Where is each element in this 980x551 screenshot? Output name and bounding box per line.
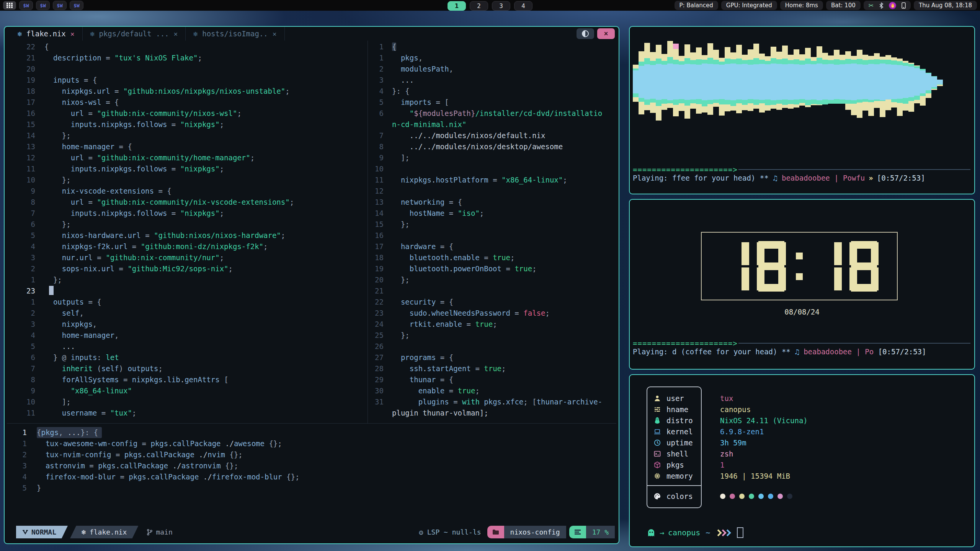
visualizer-terminal: =====================> Playing: ffee for…	[629, 26, 975, 194]
code-line: 4 firefox-mod-blur = pkgs.callPackage ./…	[8, 471, 617, 483]
code-text: pkgs,	[392, 52, 423, 64]
tab-label: flake.nix	[26, 29, 66, 38]
line-number: 27	[371, 352, 387, 363]
horizontal-split-separator[interactable]	[7, 423, 616, 424]
code-text: inputs.nixpkgs.follows = "nixpkgs";	[44, 119, 224, 130]
code-text: {pkgs, ...}: {	[37, 427, 102, 438]
fetch-label: memory	[666, 472, 709, 480]
awesome-tag[interactable]: $W	[36, 1, 50, 10]
code-text: }: {	[392, 86, 410, 97]
now-playing-line: Playing: ffee for your head) ** ♫ beabad…	[633, 174, 925, 182]
workspace-button[interactable]: 4	[514, 1, 532, 11]
code-pane-flake[interactable]: 22{21 description = "tux's NixOS Flake";…	[8, 41, 367, 419]
chip-icon	[653, 472, 662, 480]
code-text: nixos-hardware.url = "github:nixos/nixos…	[44, 230, 285, 241]
workspace-button[interactable]: 2	[470, 1, 488, 11]
flame-icon[interactable]	[889, 2, 896, 9]
tab-close-icon[interactable]: ×	[70, 30, 75, 38]
line-number: 1	[8, 427, 32, 438]
code-line: 7 ../../modules/nixos/default.nix	[371, 130, 619, 141]
statusline: NORMAL ❄ flake.nix main ⚙ LSP ~ null-ls …	[8, 526, 615, 538]
line-number: 10	[371, 163, 387, 174]
progress-separator: =====================>	[633, 165, 970, 174]
line-number: 14	[8, 130, 40, 141]
code-line: 30 enable = true;	[371, 385, 619, 396]
tab-label: hosts/isoImag..	[202, 29, 268, 38]
code-text: firefox-mod-blur = pkgs.callPackage ./fi…	[37, 471, 300, 483]
code-line: 20 };	[371, 274, 619, 285]
code-line: 22 security = {	[371, 297, 619, 308]
line-number: 15	[8, 119, 40, 130]
code-text: ];	[44, 396, 71, 408]
editor-tab[interactable]: ❄flake.nix×	[10, 27, 83, 41]
line-number: 6	[371, 108, 387, 119]
nix-snowflake-icon: ❄	[82, 528, 86, 536]
code-text: n-cd-minimal.nix"	[392, 119, 466, 130]
code-line: 5 ...	[8, 341, 367, 352]
code-line: 8 ../../modules/nixos/desktop/awesome	[371, 141, 619, 152]
code-text: };	[392, 219, 410, 230]
code-text: };	[44, 219, 71, 230]
code-line: 7 inputs.nixpkgs.follows = "nixpkgs";	[8, 208, 367, 219]
scissors-icon[interactable]: ✂	[869, 2, 874, 9]
line-number: 30	[371, 385, 387, 396]
line-number: 29	[371, 374, 387, 385]
code-text: nixpkgs-f2k.url = "github:moni-dz/nixpkg…	[44, 241, 268, 252]
grid-icon	[7, 3, 13, 8]
code-text: plugin thunar-volman];	[392, 408, 488, 419]
bluetooth-icon[interactable]	[879, 2, 884, 9]
code-text: nur.url = "github:nix-community/nur";	[44, 252, 224, 263]
code-line: 9 nix-vscode-extensions = {	[8, 186, 367, 197]
top-bar: $W$W$W$W 1234 P: BalancedGPU: Integrated…	[0, 0, 980, 11]
fetch-label: distro	[666, 416, 709, 425]
workspace-button[interactable]: 3	[492, 1, 510, 11]
phone-icon[interactable]	[902, 2, 906, 9]
theme-toggle-button[interactable]	[577, 28, 594, 39]
fetch-row: distroNixOS 24.11 (Vicuna)	[647, 415, 808, 426]
line-number: 17	[8, 97, 40, 108]
launcher-button[interactable]	[3, 1, 16, 10]
code-text: networking = {	[392, 197, 462, 208]
awesome-tag[interactable]: $W	[19, 1, 33, 10]
shell-prompt[interactable]: → canopus ~	[647, 527, 743, 538]
code-text: inputs.nixpkgs.follows = "nixpkgs";	[44, 163, 224, 174]
lsp-status: ⚙ LSP ~ null-ls	[419, 526, 481, 538]
vertical-split-separator[interactable]	[368, 41, 368, 423]
line-number: 7	[371, 130, 387, 141]
awesome-tag[interactable]: $W	[53, 1, 67, 10]
scroll-progress: 17 %	[569, 526, 615, 538]
tab-close-icon[interactable]: ×	[174, 30, 178, 38]
editor-tab[interactable]: ❄hosts/isoImag..×	[186, 27, 284, 41]
code-pane-isoimage[interactable]: 1{1 pkgs,2 modulesPath,3 ...4}: {5 impor…	[371, 41, 619, 419]
line-number: 3	[8, 460, 32, 471]
line-number: 4	[8, 330, 40, 341]
code-text: {	[44, 41, 49, 52]
code-line: 15 };	[371, 219, 619, 230]
editor-tab[interactable]: ❄pkgs/default ...×	[83, 27, 186, 41]
code-text: bluetooth.powerOnBoot = true;	[392, 263, 537, 274]
code-pane-pkgs-default[interactable]: 1{pkgs, ...}: {1 tux-awesome-wm-config =…	[8, 427, 617, 494]
awesome-tag[interactable]: $W	[70, 1, 83, 10]
lsp-label: LSP ~ null-ls	[427, 528, 481, 536]
code-line: 6 };	[8, 219, 367, 230]
code-text: };	[44, 174, 71, 186]
code-text: astronvim = pkgs.callPackage ./astronvim…	[37, 460, 238, 471]
workspace-button[interactable]: 1	[448, 1, 466, 11]
code-text: username = "tux";	[44, 408, 136, 419]
code-line: 17 hardware = {	[371, 241, 619, 252]
clock-date: 08/08/24	[630, 308, 974, 316]
tab-close-icon[interactable]: ×	[273, 30, 277, 38]
code-text: ];	[392, 152, 410, 163]
nix-snowflake-icon: ❄	[18, 30, 22, 38]
line-number: 5	[8, 483, 32, 494]
window-close-button[interactable]: ×	[597, 28, 615, 39]
line-number: 21	[371, 285, 387, 297]
code-line: 11 username = "tux";	[8, 408, 367, 419]
code-text: home-manager = {	[44, 141, 132, 152]
tab-label: pkgs/default ...	[99, 29, 169, 38]
fetch-row: hnamecanopus	[647, 404, 751, 415]
line-number: 4	[8, 471, 32, 483]
clock-digit	[757, 241, 786, 292]
code-text: imports = [	[392, 97, 449, 108]
code-line: 21 description = "tux's NixOS Flake";	[8, 52, 367, 64]
